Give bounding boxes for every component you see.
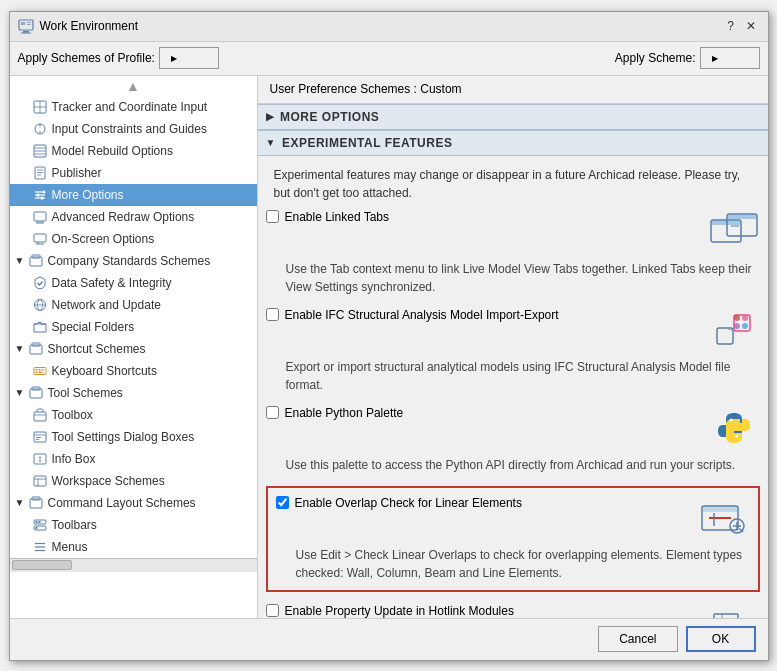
overlap-check-checkbox[interactable] [276, 496, 289, 509]
property-update-text: Enable Property Update in Hotlink Module… [285, 604, 514, 618]
feature-linked-tabs: Enable Linked Tabs Use th [266, 210, 760, 296]
data-safety-icon [32, 275, 48, 291]
property-update-icon [708, 604, 760, 618]
feature-row: Enable Linked Tabs [266, 210, 760, 254]
svg-rect-67 [35, 527, 37, 529]
tree-item-onscreen[interactable]: On-Screen Options [10, 228, 257, 250]
tree-group-command-layout[interactable]: ▼ Command Layout Schemes [10, 492, 257, 514]
python-palette-checkbox[interactable] [266, 406, 279, 419]
tree-item-adv-redraw[interactable]: Advanced Redraw Options [10, 206, 257, 228]
dropdown-arrow2: ▶ [712, 54, 718, 63]
dialog-icon [18, 18, 34, 34]
main-content: ▲ Tracker and Coordinate Input Input Con… [10, 76, 768, 618]
tree-item-input-constraints[interactable]: Input Constraints and Guides [10, 118, 257, 140]
tree-item-keyboard[interactable]: Keyboard Shortcuts [10, 360, 257, 382]
svg-rect-42 [38, 369, 40, 371]
more-options-icon [32, 187, 48, 203]
apply-scheme-dropdown[interactable]: ▶ [700, 47, 760, 69]
tree-label: Workspace Schemes [52, 474, 165, 488]
model-rebuild-icon [32, 143, 48, 159]
feature-row: Enable Property Update in Hotlink Module… [266, 604, 760, 618]
svg-point-83 [729, 418, 732, 421]
ifc-structural-text: Enable IFC Structural Analysis Model Imp… [285, 308, 559, 322]
tree-label: Toolbars [52, 518, 97, 532]
tree-label: Toolbox [52, 408, 93, 422]
tree-item-menus[interactable]: Menus [10, 536, 257, 558]
tree-label: Shortcut Schemes [48, 342, 146, 356]
tree-item-workspace[interactable]: Workspace Schemes [10, 470, 257, 492]
cancel-button[interactable]: Cancel [598, 626, 677, 652]
network-icon [32, 297, 48, 313]
experimental-section-header[interactable]: ▼ EXPERIMENTAL FEATURES [258, 130, 768, 156]
property-update-label[interactable]: Enable Property Update in Hotlink Module… [266, 604, 700, 618]
tree-item-tracker[interactable]: Tracker and Coordinate Input [10, 96, 257, 118]
scrollbar-horizontal[interactable] [10, 558, 257, 572]
section-arrow-more: ▶ [266, 111, 275, 122]
svg-point-56 [39, 456, 41, 458]
experimental-description: Experimental features may change or disa… [258, 156, 768, 210]
property-update-checkbox[interactable] [266, 604, 279, 617]
tree-item-network-update[interactable]: Network and Update [10, 294, 257, 316]
tree-item-info-box[interactable]: Info Box [10, 448, 257, 470]
tree-item-model-rebuild[interactable]: Model Rebuild Options [10, 140, 257, 162]
scrollbar-thumb[interactable] [12, 560, 72, 570]
svg-rect-49 [34, 412, 46, 421]
apply-scheme-label: Apply Scheme: [615, 51, 696, 65]
ifc-structural-label[interactable]: Enable IFC Structural Analysis Model Imp… [266, 308, 700, 322]
tree-item-data-safety[interactable]: Data Safety & Integrity [10, 272, 257, 294]
overlap-check-text: Enable Overlap Check for Linear Elements [295, 496, 522, 510]
linked-tabs-desc: Use the Tab context menu to link Live Mo… [266, 260, 760, 296]
tree-group-tool-schemes[interactable]: ▼ Tool Schemes [10, 382, 257, 404]
menus-icon [32, 539, 48, 555]
svg-rect-74 [727, 214, 757, 219]
feature-overlap-check: Enable Overlap Check for Linear Elements [266, 486, 760, 592]
svg-point-84 [735, 434, 738, 437]
toolbox-icon [32, 407, 48, 423]
apply-schemes-dropdown[interactable]: ▶ [159, 47, 219, 69]
svg-rect-40 [34, 367, 46, 374]
onscreen-icon [32, 231, 48, 247]
python-palette-icon [708, 406, 760, 450]
svg-rect-76 [717, 328, 733, 344]
tree-item-more-options[interactable]: More Options [10, 184, 257, 206]
svg-rect-44 [35, 371, 37, 373]
linked-tabs-label[interactable]: Enable Linked Tabs [266, 210, 700, 224]
tree-label: Special Folders [52, 320, 135, 334]
user-preference-text: User Preference Schemes : Custom [270, 82, 462, 96]
left-panel: ▲ Tracker and Coordinate Input Input Con… [10, 76, 258, 618]
svg-rect-30 [34, 234, 46, 242]
right-content: ▶ MORE OPTIONS ▼ EXPERIMENTAL FEATURES E… [258, 104, 768, 618]
right-panel: User Preference Schemes : Custom ▶ MORE … [258, 76, 768, 618]
ifc-structural-desc: Export or import structural analytical m… [266, 358, 760, 394]
title-bar: Work Environment ? ✕ [10, 12, 768, 42]
dialog-title: Work Environment [40, 19, 138, 33]
overlap-check-desc: Use Edit > Check Linear Overlaps to chec… [276, 546, 750, 582]
work-environment-dialog: Work Environment ? ✕ Apply Schemes of Pr… [9, 11, 769, 661]
svg-rect-64 [35, 521, 37, 523]
tree-item-toolbox[interactable]: Toolbox [10, 404, 257, 426]
feature-row: Enable Python Palette [266, 406, 760, 450]
company-standards-icon [28, 253, 44, 269]
overlap-check-label[interactable]: Enable Overlap Check for Linear Elements [276, 496, 690, 510]
more-options-section-header[interactable]: ▶ MORE OPTIONS [258, 104, 768, 130]
tree-label: Tool Schemes [48, 386, 123, 400]
svg-point-25 [40, 196, 43, 199]
python-palette-label[interactable]: Enable Python Palette [266, 406, 700, 420]
ifc-structural-checkbox[interactable] [266, 308, 279, 321]
svg-point-24 [36, 193, 39, 196]
apply-schemes-label: Apply Schemes of Profile: [18, 51, 155, 65]
close-button[interactable]: ✕ [742, 17, 760, 35]
tree-item-toolbars[interactable]: Toolbars [10, 514, 257, 536]
tree-group-shortcut-schemes[interactable]: ▼ Shortcut Schemes [10, 338, 257, 360]
ok-button[interactable]: OK [686, 626, 756, 652]
tree-label: Advanced Redraw Options [52, 210, 195, 224]
svg-rect-58 [34, 476, 46, 486]
tree-item-publisher[interactable]: Publisher [10, 162, 257, 184]
python-palette-text: Enable Python Palette [285, 406, 404, 420]
tree-item-tool-settings[interactable]: Tool Settings Dialog Boxes [10, 426, 257, 448]
tree-group-company-standards[interactable]: ▼ Company Standards Schemes [10, 250, 257, 272]
help-button[interactable]: ? [722, 17, 740, 35]
linked-tabs-checkbox[interactable] [266, 210, 279, 223]
tree-item-special-folders[interactable]: Special Folders [10, 316, 257, 338]
expand-icon: ▼ [14, 497, 26, 509]
